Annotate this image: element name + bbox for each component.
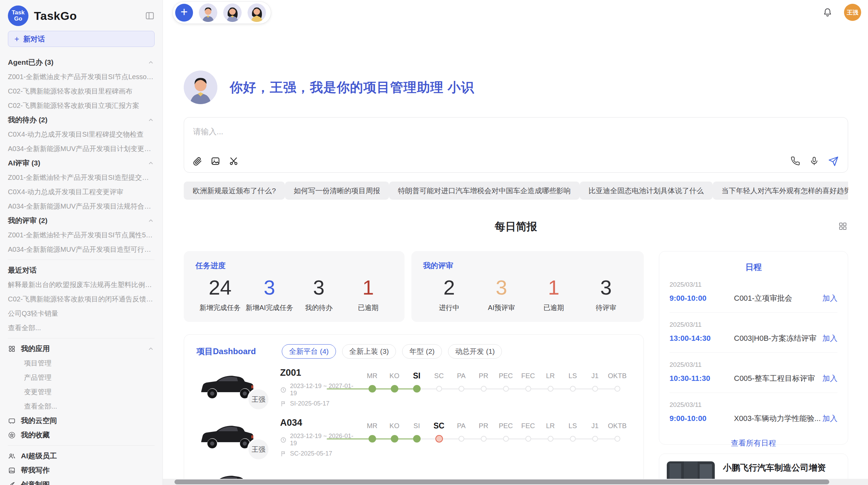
milestone-dot-OKTB[interactable] [614, 386, 620, 392]
milestone-dot-KO[interactable] [391, 435, 398, 443]
sidebar-link-cloud-space[interactable]: 我的云空间 [8, 413, 155, 428]
milestone-dot-SI[interactable] [413, 385, 421, 393]
layout-grid-icon[interactable] [838, 222, 847, 231]
milestone-dot-PA[interactable] [458, 436, 464, 442]
project-row[interactable]: 王强Z0012023-12-19 ~ 2027-01-19SI-2025-05-… [184, 366, 643, 407]
schedule-event-title: C003|H0B-方案冻结评审 [734, 333, 822, 344]
suggestion-chip[interactable]: 如何写一份清晰的项目周报 [285, 182, 389, 200]
milestone-dot-FEC[interactable] [525, 436, 531, 442]
phone-call-icon[interactable] [791, 156, 800, 166]
sidebar-task-item[interactable]: C02-飞腾新能源轻客改款项目立项汇报方案 [8, 98, 155, 113]
chat-input-box[interactable]: 请输入... [184, 117, 848, 173]
join-meeting-link[interactable]: 加入 [822, 373, 837, 384]
milestone-dot-PA[interactable] [458, 386, 464, 392]
milestone-label: PEC [495, 370, 517, 381]
app-link[interactable]: 变更管理 [8, 385, 155, 399]
milestone-dot-SC[interactable] [435, 435, 443, 443]
greeting-text: 你好，王强，我是你的项目管理助理 小识 [230, 79, 474, 96]
sidebar-tool-people[interactable]: AI超级员工 [8, 449, 155, 463]
join-meeting-link[interactable]: 加入 [822, 413, 837, 424]
milestone-dot-PEC[interactable] [503, 386, 509, 392]
avatar-person-2[interactable] [223, 3, 242, 22]
chevron-up-icon[interactable] [147, 217, 155, 224]
milestone-dot-J1[interactable] [592, 436, 598, 442]
notification-bell-icon[interactable] [823, 8, 832, 17]
sidebar-link-star[interactable]: 我的收藏 [8, 428, 155, 442]
app-link[interactable]: 查看全部... [8, 399, 155, 413]
milestone-dot-J1[interactable] [592, 386, 598, 392]
recent-chat-item[interactable]: 解释最新出台的欧盟报废车法规再生塑料比例被调至15%... [8, 277, 155, 292]
sidebar-task-item[interactable]: Z001-全新燃油轻卡产品开发项目SI造型提交物评审 [8, 170, 155, 185]
sidebar-tool-picture[interactable]: 帮我写作 [8, 463, 155, 477]
horizontal-scrollbar-thumb[interactable] [174, 480, 829, 484]
user-avatar[interactable]: 王强 [844, 4, 861, 21]
scissors-icon[interactable] [229, 156, 239, 166]
send-icon[interactable] [828, 156, 838, 166]
dashboard-tab[interactable]: 年型 (2) [402, 344, 442, 359]
sidebar-task-item[interactable]: C0X4-动力总成开发项目SI里程碑提交物检查 [8, 127, 155, 141]
dashboard-tab[interactable]: 动总开发 (1) [448, 344, 502, 359]
suggestion-chip[interactable]: 比亚迪全固态电池计划具体说了什么 [580, 182, 713, 200]
recent-chat-item[interactable]: 公司Q3轻卡销量 [8, 306, 155, 321]
sidebar-task-item[interactable]: A034-全新新能源MUV产品开发项目造型可行性评审 [8, 242, 155, 257]
milestone-dot-KO[interactable] [391, 385, 398, 393]
image-upload-icon[interactable] [210, 156, 220, 166]
milestone-dot-OKTB[interactable] [614, 436, 620, 442]
sidebar-tool-pen[interactable]: 创意制图 [8, 477, 155, 485]
my-apps-header[interactable]: 我的应用 [8, 341, 155, 356]
schedule-time: 9:00-10:00 [670, 294, 734, 303]
sidebar-task-item[interactable]: A034-全新新能源MUV产品开发项目计划变更表编写 [8, 141, 155, 156]
suggestion-chip[interactable]: 特朗普可能对进口汽车增税会对中国车企造成哪些影响 [389, 182, 580, 200]
milestone-dot-SI[interactable] [413, 435, 421, 443]
view-all-chats-link[interactable]: 查看全部... [8, 321, 155, 335]
sidebar-section-header[interactable]: 我的待办 (2) [8, 113, 155, 127]
milestone-dot-FEC[interactable] [525, 386, 531, 392]
milestone-dot-LR[interactable] [547, 436, 553, 442]
schedule-time: 13:00-14:30 [670, 334, 734, 343]
chevron-up-icon[interactable] [147, 159, 155, 167]
milestone-dot-MR[interactable] [369, 435, 376, 443]
sidebar-section-header[interactable]: AI评审 (3) [8, 156, 155, 170]
sidebar-task-item[interactable]: C02-飞腾新能源轻客改款项目里程碑画布 [8, 84, 155, 98]
milestone-dot-PR[interactable] [481, 436, 486, 442]
avatar-person-1[interactable] [199, 3, 217, 22]
new-chat-button[interactable]: + 新对话 [8, 31, 155, 47]
sidebar-section-header[interactable]: 我的评审 (2) [8, 213, 155, 228]
sidebar-task-item[interactable]: C0X4-动力总成开发项目工程变更评审 [8, 185, 155, 199]
suggestion-chip[interactable]: 当下年轻人对汽车外观有怎样的喜好趋势 [713, 182, 848, 200]
attachment-icon[interactable] [192, 156, 202, 166]
chevron-up-icon[interactable] [147, 59, 155, 66]
sidebar-task-item[interactable]: Z001-全新燃油皮卡产品开发项目SI节点Lesson Learn报告 [8, 70, 155, 84]
sidebar-section-label: AI评审 (3) [8, 158, 40, 168]
milestone-dot-LS[interactable] [570, 436, 576, 442]
microphone-icon[interactable] [809, 156, 819, 166]
join-meeting-link[interactable]: 加入 [822, 333, 837, 344]
milestone-dot-PR[interactable] [481, 386, 486, 392]
dashboard-tab[interactable]: 全新平台 (4) [282, 344, 336, 359]
sidebar-task-item[interactable]: A034-全新新能源MUV产品开发项目法规符合性评审 [8, 199, 155, 213]
suggestion-chip[interactable]: 欧洲新规最近颁布了什么? [184, 182, 285, 200]
horizontal-scrollbar-track[interactable] [163, 479, 868, 485]
avatar-person-3[interactable] [248, 3, 266, 22]
sidebar-task-item[interactable]: Z001-全新燃油轻卡产品开发项目SI节点属性5D文件评审 [8, 228, 155, 242]
milestone-dot-MR[interactable] [369, 385, 376, 393]
recent-chat-item[interactable]: C02-飞腾新能源轻客改款项目的闭环通告反馈情况 [8, 292, 155, 306]
milestone-dot-PEC[interactable] [503, 436, 509, 442]
new-session-button[interactable]: + [175, 4, 193, 22]
milestone-dot-LS[interactable] [570, 386, 576, 392]
milestone-dot-LR[interactable] [547, 386, 553, 392]
milestone-dot-SC[interactable] [436, 386, 442, 392]
chevron-up-icon[interactable] [147, 345, 155, 352]
dashboard-tab[interactable]: 全新上装 (3) [342, 344, 396, 359]
sidebar-section-header[interactable]: Agent已办 (3) [8, 55, 155, 70]
chevron-up-icon[interactable] [147, 116, 155, 124]
sidebar-collapse-icon[interactable] [145, 11, 155, 21]
app-link[interactable]: 项目管理 [8, 356, 155, 370]
project-row[interactable]: 王强A0342023-12-19 ~ 2026-01-19SC-2025-05-… [184, 416, 643, 457]
milestone-label: KO [383, 420, 406, 431]
app-link[interactable]: 产品管理 [8, 370, 155, 385]
daily-brief-header: 每日简报 [184, 220, 848, 233]
view-all-schedule-link[interactable]: 查看所有日程 [670, 438, 837, 448]
divider [8, 338, 155, 338]
join-meeting-link[interactable]: 加入 [822, 293, 837, 303]
